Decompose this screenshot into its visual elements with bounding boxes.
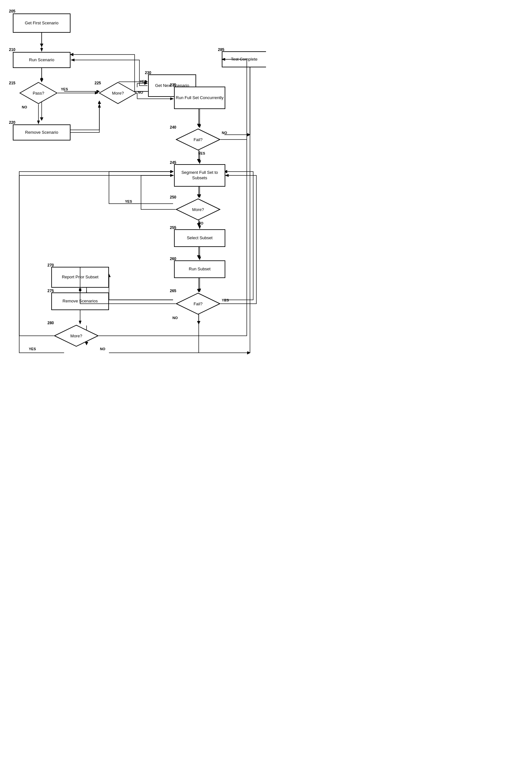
box-205-label: Get First Scenario	[25, 21, 59, 26]
box-285-label: Test Complete	[231, 57, 257, 62]
box-210-label: Run Scenario	[29, 57, 54, 63]
box-285: Test Complete	[222, 51, 266, 67]
box-245-label: Segment Full Set to Subsets	[175, 170, 225, 181]
box-260: Run Subset	[174, 260, 225, 278]
label-280-yes: YES	[29, 347, 36, 351]
label-265-yes: YES	[222, 298, 229, 302]
diamond-215: Pass?	[19, 82, 58, 104]
box-255-label: Select Subset	[187, 235, 212, 241]
diamond-225: More?	[99, 82, 137, 104]
box-210: Run Scenario	[13, 52, 71, 68]
label-240-no: NO	[222, 131, 227, 135]
box-220: Remove Scenario	[13, 124, 71, 140]
diamond-215-label: Pass?	[33, 91, 44, 96]
diamond-225-label: More?	[112, 91, 124, 96]
label-250-no: NO	[198, 221, 204, 225]
label-250-yes: YES	[125, 199, 132, 203]
diamond-280: More?	[54, 324, 99, 347]
step-num-280: 280	[47, 321, 54, 325]
box-275: Remove Scenarios	[51, 292, 109, 310]
box-260-label: Run Subset	[189, 266, 211, 272]
box-275-label: Remove Scenarios	[62, 298, 98, 304]
diamond-240: Fail?	[176, 128, 220, 151]
diamond-240-label: Fail?	[194, 137, 203, 142]
label-265-no: NO	[172, 316, 178, 320]
diamond-265: Fail?	[176, 292, 220, 315]
box-235-label: Run Full Set Concurrently	[176, 95, 224, 101]
diamond-265-label: Fail?	[194, 301, 203, 306]
label-225-no: NO	[138, 90, 143, 94]
diamond-250-label: More?	[192, 207, 204, 212]
box-205: Get First Scenario	[13, 13, 71, 33]
label-240-yes: YES	[198, 151, 205, 155]
box-270: Report Prior Subset	[51, 267, 109, 288]
step-num-210: 210	[9, 47, 15, 52]
label-215-yes: YES	[61, 87, 68, 91]
label-225-yes: YES	[140, 79, 147, 83]
diamond-250: More?	[176, 198, 220, 221]
flowchart-diagram: 205 Get First Scenario 210 Run Scenario …	[0, 0, 266, 385]
step-num-215: 215	[9, 81, 15, 85]
label-280-no: NO	[100, 347, 105, 351]
box-235: Run Full Set Concurrently	[174, 87, 225, 109]
box-245: Segment Full Set to Subsets	[174, 164, 225, 187]
box-270-label: Report Prior Subset	[62, 274, 98, 280]
label-215-no: NO	[22, 105, 27, 109]
box-255: Select Subset	[174, 229, 225, 247]
step-num-220: 220	[9, 120, 15, 125]
step-num-205: 205	[9, 9, 15, 13]
diamond-280-label: More?	[71, 333, 82, 338]
box-220-label: Remove Scenario	[25, 130, 58, 135]
